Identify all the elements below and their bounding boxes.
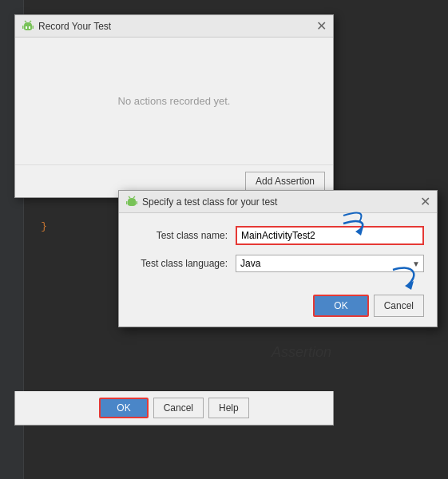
svg-rect-4	[22, 26, 24, 29]
specify-dialog-footer: OK Cancel	[119, 291, 437, 327]
language-select-wrap: Java Kotlin ▼	[236, 255, 424, 272]
record-dialog-body: No actions recorded yet.	[15, 38, 333, 164]
svg-line-3	[30, 21, 31, 22]
svg-line-10	[129, 196, 130, 198]
svg-line-11	[133, 196, 135, 198]
code-line-3: }	[41, 220, 47, 232]
record-dialog-bottom-bar: OK Cancel Help	[14, 391, 334, 426]
add-assertion-button[interactable]: Add Assertion	[245, 172, 325, 191]
specify-dialog-body: Test class name: Test class language: Ja…	[119, 213, 437, 291]
record-ok-button[interactable]: OK	[99, 398, 148, 418]
svg-rect-12	[126, 201, 128, 204]
class-name-row: Test class name:	[132, 226, 424, 245]
specify-cancel-button[interactable]: Cancel	[374, 295, 424, 317]
language-label: Test class language:	[132, 258, 236, 269]
record-dialog-titlebar: Record Your Test ✕	[15, 15, 333, 38]
record-dialog-title-area: Record Your Test	[22, 20, 111, 33]
language-select[interactable]: Java Kotlin	[236, 255, 424, 272]
record-cancel-button[interactable]: Cancel	[153, 398, 204, 418]
record-dialog: Record Your Test ✕ No actions recorded y…	[14, 14, 334, 198]
android-icon-2	[125, 196, 138, 208]
svg-line-2	[25, 21, 26, 22]
specify-ok-button[interactable]: OK	[313, 295, 368, 317]
specify-dialog-titlebar: Specify a test class for your test ✕	[119, 191, 437, 213]
no-actions-text: No actions recorded yet.	[118, 95, 231, 107]
svg-rect-13	[137, 201, 138, 204]
class-name-label: Test class name:	[132, 230, 236, 241]
svg-rect-6	[26, 26, 27, 29]
specify-dialog-title: Specify a test class for your test	[142, 196, 277, 208]
specify-title-area: Specify a test class for your test	[125, 196, 277, 208]
svg-rect-7	[29, 26, 30, 29]
class-name-input[interactable]	[236, 226, 424, 245]
specify-dialog-close[interactable]: ✕	[420, 196, 430, 208]
android-icon	[22, 20, 34, 33]
svg-rect-5	[33, 26, 34, 29]
specify-dialog: Specify a test class for your test ✕ Tes…	[118, 190, 438, 327]
record-dialog-close[interactable]: ✕	[316, 20, 327, 33]
language-row: Test class language: Java Kotlin ▼	[132, 255, 424, 272]
record-dialog-title: Record Your Test	[38, 21, 111, 32]
record-help-button[interactable]: Help	[208, 398, 249, 418]
